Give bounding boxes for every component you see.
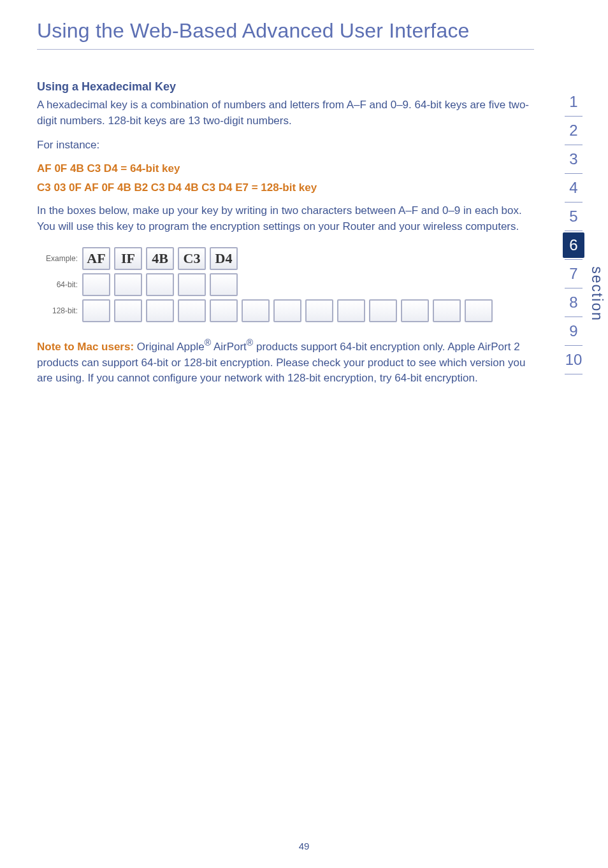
key-box-empty: [465, 299, 493, 322]
section-nav-separator: [565, 202, 583, 203]
page-title: Using the Web-Based Advanced User Interf…: [37, 19, 534, 43]
section-nav-separator: [565, 145, 583, 145]
para-enter-key: In the boxes below, make up your key by …: [37, 203, 534, 234]
section-nav-separator: [565, 116, 583, 117]
key-box: 4B: [146, 247, 174, 270]
key-box: D4: [210, 247, 238, 270]
section-nav-separator: [565, 317, 583, 317]
key-box-empty: [114, 273, 142, 296]
key-box-empty: [210, 273, 238, 296]
key-box-empty: [82, 273, 110, 296]
key-box-empty: [369, 299, 397, 322]
key-box-empty: [114, 299, 142, 322]
label-64bit: 64-bit:: [37, 280, 78, 289]
section-nav: 1 2 3 4 5 6 7 8 9 10: [560, 89, 588, 376]
section-nav-item[interactable]: 8: [560, 290, 588, 315]
section-nav-item[interactable]: 7: [560, 261, 588, 287]
key-box-empty: [273, 299, 301, 322]
key-box-empty: [210, 299, 238, 322]
section-nav-item[interactable]: 1: [560, 89, 588, 115]
key-box-empty: [146, 273, 174, 296]
title-rule: [37, 49, 534, 50]
section-nav-item[interactable]: 2: [560, 118, 588, 143]
key-box: C3: [178, 247, 206, 270]
label-example: Example:: [37, 254, 78, 263]
label-for-instance: For instance:: [37, 138, 534, 153]
section-nav-item[interactable]: 4: [560, 175, 588, 201]
key-box-empty: [305, 299, 333, 322]
section-nav-separator: [565, 288, 583, 288]
section-nav-separator: [565, 259, 583, 260]
section-nav-separator: [565, 345, 583, 346]
section-nav-item[interactable]: 3: [560, 146, 588, 172]
key-box-empty: [433, 299, 461, 322]
page-number: 49: [0, 841, 608, 851]
section-nav-item[interactable]: 10: [560, 347, 588, 373]
key-box-empty: [242, 299, 270, 322]
key-box: AF: [82, 247, 110, 270]
section-nav-item[interactable]: 9: [560, 318, 588, 344]
label-128bit: 128-bit:: [37, 306, 78, 315]
key-box-empty: [337, 299, 365, 322]
section-nav-separator: [565, 231, 583, 231]
key-box-empty: [178, 299, 206, 322]
registered-icon: ®: [247, 338, 253, 348]
section-nav-item[interactable]: 5: [560, 204, 588, 229]
section-label: section: [588, 266, 605, 322]
heading-hex-key: Using a Hexadecimal Key: [37, 80, 534, 94]
example-128bit-key: C3 03 0F AF 0F 4B B2 C3 D4 4B C3 D4 E7 =…: [37, 181, 534, 194]
note-text-b: AirPort: [211, 341, 247, 353]
key-row-128bit: 128-bit:: [37, 299, 534, 322]
note-text-a: Original Apple: [137, 341, 205, 353]
note-lead: Note to Mac users:: [37, 341, 137, 353]
key-box-empty: [82, 299, 110, 322]
example-64bit-key: AF 0F 4B C3 D4 = 64-bit key: [37, 162, 534, 175]
key-box-empty: [178, 273, 206, 296]
para-hex-key-intro: A hexadecimal key is a combination of nu…: [37, 97, 534, 129]
key-grid: Example: AF IF 4B C3 D4 64-bit: 128-bit:: [37, 247, 534, 322]
section-nav-item-active[interactable]: 6: [563, 232, 584, 258]
key-box-empty: [146, 299, 174, 322]
registered-icon: ®: [205, 338, 211, 348]
key-row-64bit: 64-bit:: [37, 273, 534, 296]
key-row-example: Example: AF IF 4B C3 D4: [37, 247, 534, 270]
note-mac-users: Note to Mac users: Original Apple® AirPo…: [37, 336, 534, 387]
section-nav-separator: [565, 374, 583, 374]
section-nav-separator: [565, 173, 583, 174]
key-box-empty: [401, 299, 429, 322]
key-box: IF: [114, 247, 142, 270]
